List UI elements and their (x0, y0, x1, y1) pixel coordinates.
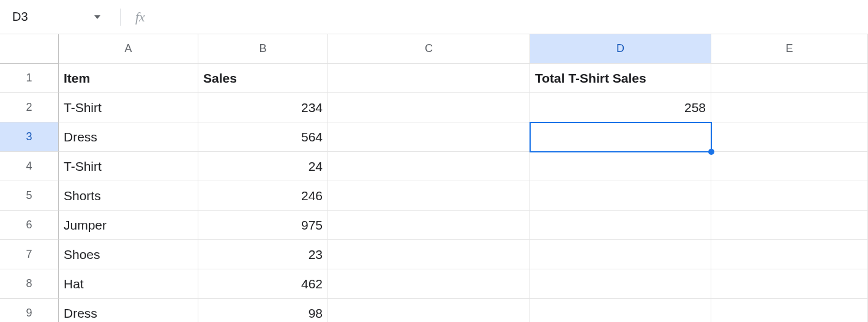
name-box-value: D3 (12, 10, 88, 24)
cell-D2[interactable]: 258 (530, 93, 711, 122)
cell-D3[interactable] (530, 122, 711, 152)
col-header-C[interactable]: C (328, 34, 530, 64)
cell-A6[interactable]: Jumper (59, 211, 198, 240)
fill-handle[interactable] (708, 149, 714, 155)
divider (120, 9, 121, 26)
row-header-3[interactable]: 3 (0, 122, 59, 152)
cell-B4[interactable]: 24 (198, 152, 328, 181)
cell-A7[interactable]: Shoes (59, 240, 198, 269)
cell-E4[interactable] (711, 152, 868, 181)
row-header-4[interactable]: 4 (0, 152, 59, 181)
col-header-B[interactable]: B (198, 34, 328, 64)
cell-A2[interactable]: T-Shirt (59, 93, 198, 122)
cell-A1[interactable]: Item (59, 64, 198, 93)
cell-B9[interactable]: 98 (198, 299, 328, 322)
cell-E1[interactable] (711, 64, 868, 93)
cell-B7[interactable]: 23 (198, 240, 328, 269)
fx-icon: fx (135, 9, 145, 25)
cell-E7[interactable] (711, 240, 868, 269)
cell-D1[interactable]: Total T-Shirt Sales (530, 64, 711, 93)
row-header-2[interactable]: 2 (0, 93, 59, 122)
cell-B3[interactable]: 564 (198, 122, 328, 152)
cell-A5[interactable]: Shorts (59, 181, 198, 211)
cell-C8[interactable] (328, 269, 530, 299)
cell-C2[interactable] (328, 93, 530, 122)
cell-E2[interactable] (711, 93, 868, 122)
row-header-9[interactable]: 9 (0, 299, 59, 322)
row-header-8[interactable]: 8 (0, 269, 59, 299)
cell-E3[interactable] (711, 122, 868, 152)
cell-A9[interactable]: Dress (59, 299, 198, 322)
cell-B1[interactable]: Sales (198, 64, 328, 93)
cell-E9[interactable] (711, 299, 868, 322)
cell-D6[interactable] (530, 211, 711, 240)
cell-B6[interactable]: 975 (198, 211, 328, 240)
formula-bar-row: D3 fx (0, 0, 868, 34)
chevron-down-icon[interactable] (94, 15, 100, 19)
spreadsheet-grid: A B C D E 1 Item Sales Total T-Shirt Sal… (0, 34, 868, 322)
cell-A4[interactable]: T-Shirt (59, 152, 198, 181)
cell-D4[interactable] (530, 152, 711, 181)
row-header-7[interactable]: 7 (0, 240, 59, 269)
cell-C4[interactable] (328, 152, 530, 181)
cell-B2[interactable]: 234 (198, 93, 328, 122)
cell-B5[interactable]: 246 (198, 181, 328, 211)
row-header-6[interactable]: 6 (0, 211, 59, 240)
row-header-1[interactable]: 1 (0, 64, 59, 93)
cell-D7[interactable] (530, 240, 711, 269)
name-box[interactable]: D3 (7, 7, 105, 26)
row-header-5[interactable]: 5 (0, 181, 59, 211)
select-all-corner[interactable] (0, 34, 59, 64)
cell-C7[interactable] (328, 240, 530, 269)
col-header-A[interactable]: A (59, 34, 198, 64)
cell-A3[interactable]: Dress (59, 122, 198, 152)
col-header-E[interactable]: E (711, 34, 868, 64)
cell-C6[interactable] (328, 211, 530, 240)
formula-input[interactable] (155, 0, 861, 34)
col-header-D[interactable]: D (530, 34, 711, 64)
cell-D9[interactable] (530, 299, 711, 322)
cell-C9[interactable] (328, 299, 530, 322)
cell-A8[interactable]: Hat (59, 269, 198, 299)
cell-C5[interactable] (328, 181, 530, 211)
cell-E8[interactable] (711, 269, 868, 299)
cell-E6[interactable] (711, 211, 868, 240)
cell-E5[interactable] (711, 181, 868, 211)
cell-B8[interactable]: 462 (198, 269, 328, 299)
cell-D8[interactable] (530, 269, 711, 299)
cell-C3[interactable] (328, 122, 530, 152)
cell-D5[interactable] (530, 181, 711, 211)
cell-C1[interactable] (328, 64, 530, 93)
